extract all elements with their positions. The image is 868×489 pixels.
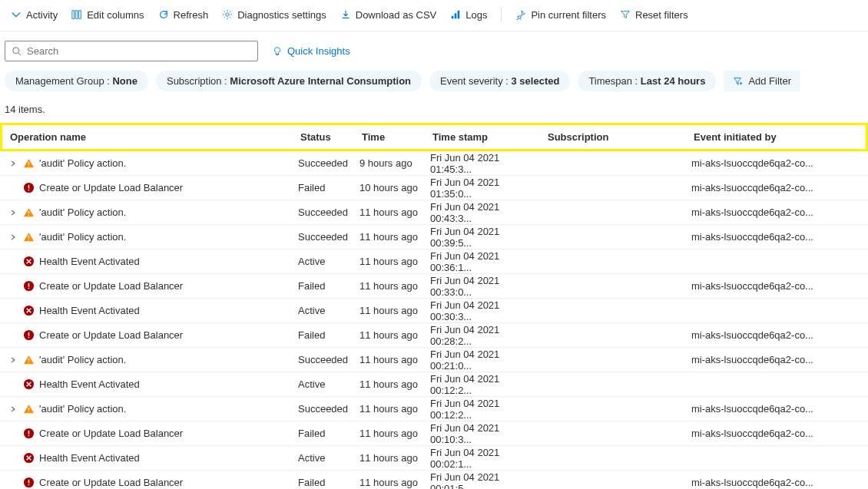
table-row[interactable]: Create or Update Load BalancerFailed10 h… xyxy=(0,176,868,200)
time-cell: 11 hours ago xyxy=(353,452,424,464)
error-icon xyxy=(23,477,35,488)
timestamp-cell: Fri Jun 04 2021 01:45:3... xyxy=(424,152,539,175)
error-icon xyxy=(23,182,35,193)
svg-rect-6 xyxy=(458,11,460,19)
expand-icon[interactable] xyxy=(8,233,18,241)
operation-name: Health Event Activated xyxy=(39,452,140,464)
initiated-by-cell: mi-aks-lsuoccqde6qa2-co... xyxy=(685,182,868,193)
time-cell: 11 hours ago xyxy=(353,428,424,439)
table-row[interactable]: 'audit' Policy action.Succeeded11 hours … xyxy=(0,397,868,421)
search-input[interactable] xyxy=(27,45,251,57)
filter-subscription[interactable]: Subscription : Microsoft Azure Internal … xyxy=(156,71,422,91)
table-row[interactable]: Create or Update Load BalancerFailed11 h… xyxy=(0,274,868,299)
operation-name: Health Event Activated xyxy=(39,305,140,316)
quick-insights-button[interactable]: Quick Insights xyxy=(272,45,350,57)
pin-icon xyxy=(515,9,526,20)
table-row[interactable]: Health Event ActivatedActive11 hours ago… xyxy=(0,372,868,397)
svg-rect-11 xyxy=(28,185,30,189)
gear-icon xyxy=(222,9,233,20)
initiated-by-cell: mi-aks-lsuoccqde6qa2-co... xyxy=(685,231,868,243)
toolbar: Activity Edit columns Refresh Diagnostic… xyxy=(0,0,868,31)
status-cell: Failed xyxy=(292,428,353,439)
svg-rect-16 xyxy=(28,239,29,240)
warning-icon xyxy=(23,354,35,365)
col-operation[interactable]: Operation name xyxy=(2,131,294,143)
add-filter-label: Add Filter xyxy=(748,75,791,87)
timestamp-cell: Fri Jun 04 2021 00:21:0... xyxy=(424,349,539,372)
col-time[interactable]: Time xyxy=(356,131,426,143)
filter-management-group[interactable]: Management Group : None xyxy=(5,71,148,91)
timestamp-cell: Fri Jun 04 2021 00:39:5... xyxy=(424,226,539,249)
table-row[interactable]: 'audit' Policy action.Succeeded11 hours … xyxy=(0,348,868,372)
status-cell: Succeeded xyxy=(292,403,353,415)
table-row[interactable]: Health Event ActivatedActive11 hours ago… xyxy=(0,249,868,274)
initiated-by-cell: mi-aks-lsuoccqde6qa2-co... xyxy=(685,329,868,341)
svg-rect-15 xyxy=(28,236,29,239)
logs-button[interactable]: Logs xyxy=(450,9,487,21)
add-filter-button[interactable]: Add Filter xyxy=(724,71,800,91)
edit-columns-label: Edit columns xyxy=(87,9,144,21)
search-box[interactable] xyxy=(5,41,258,61)
status-cell: Active xyxy=(292,256,353,267)
time-cell: 11 hours ago xyxy=(353,231,424,243)
svg-rect-12 xyxy=(28,190,30,191)
timestamp-cell: Fri Jun 04 2021 00:28:2... xyxy=(424,324,539,347)
timestamp-cell: Fri Jun 04 2021 00:33:0... xyxy=(424,275,539,298)
status-cell: Succeeded xyxy=(292,231,353,243)
error-icon xyxy=(23,329,35,341)
time-cell: 9 hours ago xyxy=(353,157,424,169)
warning-icon xyxy=(23,207,35,218)
filter-reset-icon xyxy=(620,9,631,20)
expand-icon[interactable] xyxy=(8,405,18,413)
expand-icon[interactable] xyxy=(8,209,18,216)
download-button[interactable]: Download as CSV xyxy=(340,9,437,21)
operation-name: Health Event Activated xyxy=(39,378,140,390)
diagnostics-button[interactable]: Diagnostics settings xyxy=(222,9,326,21)
table-row[interactable]: Health Event ActivatedActive11 hours ago… xyxy=(0,446,868,471)
svg-rect-1 xyxy=(75,11,78,19)
table-row[interactable]: Health Event ActivatedActive11 hours ago… xyxy=(0,299,868,323)
col-timestamp[interactable]: Time stamp xyxy=(426,131,542,143)
table-row[interactable]: Create or Update Load BalancerFailed11 h… xyxy=(0,323,868,348)
time-cell: 11 hours ago xyxy=(353,477,424,488)
time-cell: 11 hours ago xyxy=(353,256,424,267)
table-row[interactable]: Create or Update Load BalancerFailed11 h… xyxy=(0,471,868,489)
activity-button[interactable]: Activity xyxy=(11,9,58,21)
timestamp-cell: Fri Jun 04 2021 00:36:1... xyxy=(424,250,539,273)
filter-timespan[interactable]: Timespan : Last 24 hours xyxy=(578,71,716,91)
diagnostics-label: Diagnostics settings xyxy=(237,9,326,21)
status-cell: Failed xyxy=(292,182,353,193)
table-row[interactable]: 'audit' Policy action.Succeeded11 hours … xyxy=(0,200,868,225)
critical-icon xyxy=(23,452,35,464)
time-cell: 10 hours ago xyxy=(353,182,424,193)
table-body: 'audit' Policy action.Succeeded9 hours a… xyxy=(0,151,868,489)
table-row[interactable]: Create or Update Load BalancerFailed11 h… xyxy=(0,421,868,446)
col-subscription[interactable]: Subscription xyxy=(542,131,687,143)
expand-icon[interactable] xyxy=(8,356,18,364)
logs-icon xyxy=(450,9,461,20)
edit-columns-button[interactable]: Edit columns xyxy=(71,9,144,21)
status-cell: Active xyxy=(292,452,353,464)
timestamp-cell: Fri Jun 04 2021 00:12:2... xyxy=(424,398,539,421)
col-status[interactable]: Status xyxy=(294,131,356,143)
lightbulb-icon xyxy=(272,46,283,57)
reset-button[interactable]: Reset filters xyxy=(620,9,688,21)
svg-point-3 xyxy=(226,13,229,16)
operation-name: 'audit' Policy action. xyxy=(39,231,126,243)
svg-rect-9 xyxy=(28,165,29,166)
table-row[interactable]: 'audit' Policy action.Succeeded9 hours a… xyxy=(0,151,868,176)
time-cell: 11 hours ago xyxy=(353,354,424,365)
status-cell: Active xyxy=(292,305,353,316)
refresh-button[interactable]: Refresh xyxy=(158,9,209,21)
svg-rect-31 xyxy=(28,431,30,434)
time-cell: 11 hours ago xyxy=(353,329,424,341)
critical-icon xyxy=(23,378,35,390)
table-row[interactable]: 'audit' Policy action.Succeeded11 hours … xyxy=(0,225,868,249)
col-initiated-by[interactable]: Event initiated by xyxy=(687,131,866,143)
expand-icon[interactable] xyxy=(8,160,18,167)
pin-button[interactable]: Pin current filters xyxy=(515,9,606,21)
activity-label: Activity xyxy=(26,9,58,21)
warning-icon xyxy=(23,403,35,415)
filter-event-severity[interactable]: Event severity : 3 selected xyxy=(429,71,570,91)
reset-label: Reset filters xyxy=(635,9,688,21)
